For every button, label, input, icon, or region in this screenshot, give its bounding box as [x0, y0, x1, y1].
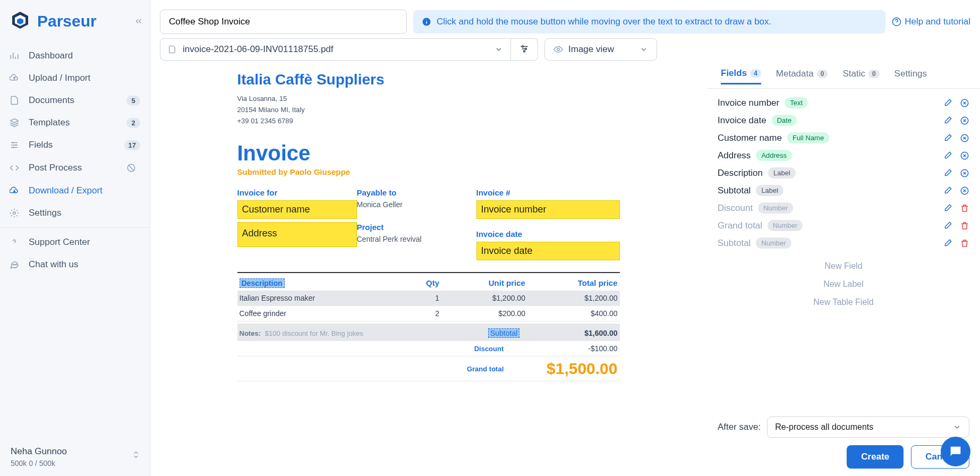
create-button[interactable]: Create [847, 445, 904, 469]
nav-label: Dashboard [29, 50, 73, 61]
new-field-button[interactable]: New Field [718, 257, 969, 275]
nav-templates[interactable]: Templates2 [0, 112, 150, 134]
new-label-button[interactable]: New Label [718, 275, 969, 293]
col-qty: Qty [405, 275, 441, 291]
supplier-address-1: Via Losanna, 15 [237, 94, 620, 105]
invoice-document: Italia Caffè Suppliers Via Losanna, 15 2… [237, 71, 620, 381]
edit-field-button[interactable] [943, 221, 952, 231]
remove-field-button[interactable] [960, 133, 969, 143]
remove-field-button[interactable] [960, 186, 969, 196]
nav-label: Settings [29, 208, 61, 218]
after-save-select[interactable]: Re-process all documents [767, 416, 969, 438]
delete-field-button[interactable] [960, 239, 969, 248]
invoice-meta: Invoice for Customer name Address Payabl… [237, 188, 620, 260]
tab-fields[interactable]: Fields4 [721, 68, 761, 84]
field-row: SubtotalLabel [718, 182, 969, 199]
intercom-chat-button[interactable] [941, 437, 970, 466]
selection-subtotal[interactable]: Subtotal [488, 328, 519, 338]
view-select[interactable]: Image view [544, 38, 657, 61]
highlight-customer-name[interactable]: Customer name [237, 200, 357, 219]
edit-field-button[interactable] [943, 98, 952, 108]
tab-static[interactable]: Static0 [842, 68, 879, 84]
discount-value: -$100.00 [522, 341, 619, 356]
table-row: Italian Espresso maker1$1,200.00$1,200.0… [237, 291, 620, 306]
cell-qty: 1 [405, 291, 441, 306]
table-row: Coffee grinder2$200.00$400.00 [237, 306, 620, 321]
remove-field-button[interactable] [960, 168, 969, 178]
help-label: Help and tutorial [905, 16, 970, 27]
payable-to-value: Monica Geller [357, 200, 476, 209]
nav-documents[interactable]: Documents5 [0, 89, 150, 112]
tab-settings[interactable]: Settings [894, 68, 927, 84]
edit-field-button[interactable] [943, 168, 952, 178]
file-name: invoice-2021-06-09-INV01118755.pdf [183, 44, 334, 55]
svg-point-8 [522, 46, 524, 47]
highlight-invoice-date[interactable]: Invoice date [476, 242, 620, 260]
delete-field-button[interactable] [960, 221, 969, 231]
edit-field-button[interactable] [943, 186, 952, 196]
field-name: Discount [718, 203, 753, 214]
help-link[interactable]: Help and tutorial [892, 16, 970, 27]
nav-label: Fields [29, 140, 53, 150]
field-row: Grand totalNumber [718, 217, 969, 234]
layers-icon [10, 118, 21, 128]
svg-point-10 [524, 50, 525, 52]
field-type-badge: Label [768, 167, 796, 178]
user-menu[interactable]: Neha Gunnoo 500k 0 / 500k [0, 438, 150, 476]
nav-badge: 17 [124, 140, 140, 150]
template-title-input[interactable] [160, 10, 407, 34]
nav-postprocess[interactable]: Post Process [0, 156, 150, 180]
field-type-badge: Label [756, 185, 783, 196]
view-label: Image view [568, 44, 614, 55]
highlight-address[interactable]: Address [237, 222, 357, 247]
edit-field-button[interactable] [943, 239, 952, 248]
delete-field-button[interactable] [960, 203, 969, 213]
new-table-field-button[interactable]: New Table Field [718, 293, 969, 311]
field-type-badge: Date [772, 115, 797, 126]
edit-field-button[interactable] [943, 151, 952, 160]
cell-total: $400.00 [527, 306, 620, 321]
edit-field-button[interactable] [943, 203, 952, 213]
nav-dashboard[interactable]: Dashboard [0, 45, 150, 67]
nav-label: Templates [29, 117, 70, 128]
submitted-by: Submitted by Paolo Giuseppe [237, 167, 620, 176]
brand-name: Parseur [37, 12, 97, 30]
bar-chart-icon [10, 51, 21, 61]
remove-field-button[interactable] [960, 151, 969, 160]
nav-fields[interactable]: Fields17 [0, 134, 150, 156]
edit-field-button[interactable] [943, 116, 952, 125]
field-type-badge: Number [768, 220, 803, 231]
field-name: Grand total [718, 220, 762, 231]
remove-field-button[interactable] [960, 98, 969, 108]
nav-download[interactable]: Download / Export [0, 180, 150, 202]
hint-banner: Click and hold the mouse button while mo… [413, 10, 885, 33]
document-viewport[interactable]: Italia Caffè Suppliers Via Losanna, 15 2… [150, 66, 706, 476]
field-row: SubtotalNumber [718, 234, 969, 252]
tab-metadata[interactable]: Metadata0 [776, 68, 828, 84]
field-row: AddressAddress [718, 147, 969, 164]
chevron-up-down-icon [132, 450, 140, 459]
nav-upload[interactable]: Upload / Import [0, 67, 150, 89]
nav-settings[interactable]: Settings [0, 202, 150, 224]
topbar: Click and hold the mouse button while mo… [150, 0, 980, 38]
eye-icon [553, 45, 563, 54]
selection-description[interactable]: Description [240, 278, 285, 288]
supplier-name: Italia Caffè Suppliers [237, 71, 620, 88]
col-total-price: Total price [527, 275, 620, 291]
svg-point-5 [16, 264, 17, 265]
highlight-invoice-number[interactable]: Invoice number [476, 200, 620, 219]
filters-button[interactable] [511, 38, 538, 61]
field-name: Description [718, 168, 763, 178]
collapse-sidebar-button[interactable] [134, 16, 143, 26]
nav-chat[interactable]: Chat with us [0, 253, 150, 276]
parseur-logo [10, 11, 31, 32]
nav-support[interactable]: Support Center [0, 231, 150, 253]
tab-label: Static [842, 69, 865, 79]
nav-label: Post Process [29, 163, 82, 173]
file-select[interactable]: invoice-2021-06-09-INV01118755.pdf [160, 38, 511, 61]
field-row: DiscountNumber [718, 199, 969, 217]
edit-field-button[interactable] [943, 133, 952, 143]
remove-field-button[interactable] [960, 116, 969, 125]
fields-panel: Fields4 Metadata0 Static0 Settings Invoi… [706, 66, 980, 476]
nav-badge: 2 [126, 118, 140, 128]
